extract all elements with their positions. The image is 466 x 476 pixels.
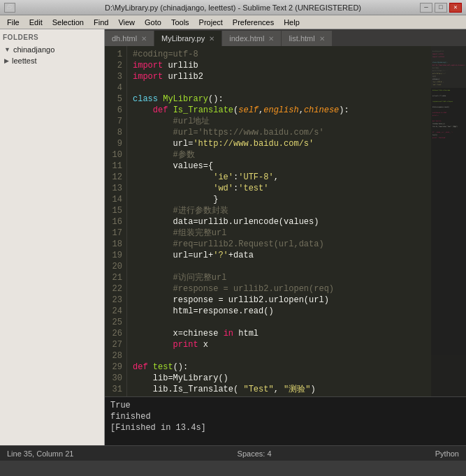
folders-label: FOLDERS [3, 34, 101, 41]
tab-bar: dh.html ✕ MyLibrary.py ✕ index.html ✕ li… [105, 29, 466, 46]
code-editor[interactable]: 12345 678910 1112131415 1617181920 21222… [105, 46, 466, 396]
main-layout: FOLDERS ▼ chinadjango ▶ leettest dh.html… [0, 29, 466, 445]
console-line: True [110, 400, 460, 411]
language-indicator: Python [435, 449, 459, 458]
console-output: True finished [Finished in 13.4s] [105, 396, 466, 445]
tab-label: MyLibrary.py [161, 34, 205, 43]
line-numbers: 12345 678910 1112131415 1617181920 21222… [105, 46, 127, 396]
expand-arrow: ▶ [4, 57, 9, 64]
console-line: [Finished in 13.4s] [110, 422, 460, 433]
svg-rect-25 [431, 46, 466, 88]
editor-area: dh.html ✕ MyLibrary.py ✕ index.html ✕ li… [105, 29, 466, 445]
cursor-position: Line 35, Column 21 [7, 449, 73, 458]
window-controls[interactable]: ─ □ ✕ [420, 3, 462, 13]
tab-label: dh.html [112, 34, 137, 43]
tab-label: list.html [289, 34, 314, 43]
expand-arrow: ▼ [4, 46, 10, 53]
folder-name: leettest [12, 57, 36, 65]
tab-dh-html[interactable]: dh.html ✕ [105, 31, 154, 46]
spaces-indicator: Spaces: 4 [238, 449, 272, 458]
menu-help[interactable]: Help [279, 17, 304, 27]
menu-view[interactable]: View [114, 17, 139, 27]
folder-leettest[interactable]: ▶ leettest [3, 55, 101, 66]
minimize-button[interactable]: ─ [420, 3, 432, 13]
menu-find[interactable]: Find [89, 17, 112, 27]
console-line: finished [110, 411, 460, 422]
tab-close-icon[interactable]: ✕ [319, 35, 325, 43]
tab-list-html[interactable]: list.html ✕ [282, 31, 332, 46]
tab-close-icon[interactable]: ✕ [209, 35, 214, 43]
tab-label: index.html [229, 34, 264, 43]
menu-file[interactable]: File [3, 17, 24, 27]
menu-preferences[interactable]: Preferences [228, 17, 278, 27]
sidebar: FOLDERS ▼ chinadjango ▶ leettest [0, 29, 105, 445]
menu-edit[interactable]: Edit [25, 17, 47, 27]
folder-name: chinadjango [13, 45, 54, 54]
close-button[interactable]: ✕ [449, 3, 462, 13]
tab-index-html[interactable]: index.html ✕ [222, 31, 282, 46]
window-icon: 🗗 [4, 3, 15, 13]
tab-close-icon[interactable]: ✕ [268, 35, 274, 43]
menu-tools[interactable]: Tools [167, 17, 194, 27]
tab-mylibrary-py[interactable]: MyLibrary.py ✕ [154, 31, 222, 46]
folder-chinadjango[interactable]: ▼ chinadjango [3, 44, 101, 55]
menu-selection[interactable]: Selection [48, 17, 88, 27]
maximize-button[interactable]: □ [435, 3, 447, 13]
title-bar: 🗗 D:\MyLibrary.py (chinadjango, leettest… [0, 0, 466, 15]
menu-goto[interactable]: Goto [140, 17, 166, 27]
tab-close-icon[interactable]: ✕ [141, 35, 147, 43]
minimap: #coding=utf-8 import urllib import urlli… [431, 46, 466, 396]
code-content[interactable]: #coding=utf-8 import urllib import urlli… [127, 46, 431, 396]
menu-bar: File Edit Selection Find View Goto Tools… [0, 15, 466, 29]
menu-project[interactable]: Project [195, 17, 227, 27]
window-title: D:\MyLibrary.py (chinadjango, leettest) … [46, 3, 420, 12]
status-bar: Line 35, Column 21 Spaces: 4 Python [0, 445, 466, 461]
